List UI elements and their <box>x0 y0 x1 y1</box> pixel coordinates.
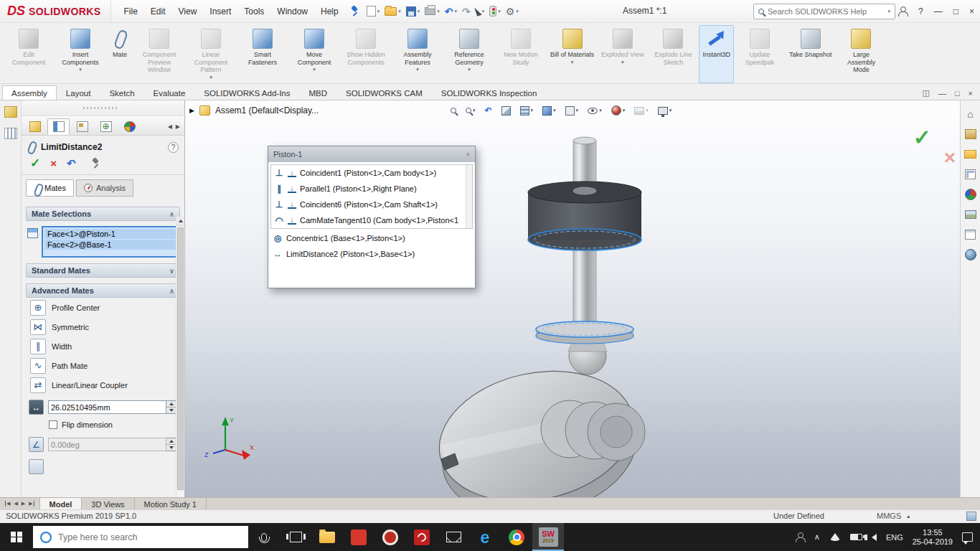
status-tag-icon[interactable] <box>966 512 976 521</box>
model-tab[interactable]: Model <box>39 498 83 509</box>
people-icon[interactable] <box>795 532 805 542</box>
scrollbar-thumb[interactable] <box>177 227 184 490</box>
first-tab-icon[interactable]: ◀ <box>5 501 10 507</box>
panel-drag-handle[interactable] <box>22 100 184 116</box>
tab-evaluate[interactable]: Evaluate <box>144 85 195 100</box>
taskbar-search-input[interactable] <box>58 532 241 542</box>
cylinder-cup[interactable] <box>528 182 641 250</box>
collapse-icon[interactable]: ∧ <box>169 210 174 218</box>
flip-dimension-row[interactable]: Flip dimension <box>22 417 184 432</box>
tab-scroll-right-icon[interactable]: ▶ <box>176 123 180 130</box>
symmetric-mate[interactable]: ⋈Symmetric <box>22 317 184 336</box>
view-palette-icon[interactable] <box>964 168 977 180</box>
search-dropdown-icon[interactable]: ▾ <box>887 9 890 14</box>
ribbon-large-assembly-mode[interactable]: Large Assembly Mode <box>835 25 887 83</box>
doc-dock-icon[interactable]: ◫ <box>923 88 930 98</box>
motion-study-tab[interactable]: Motion Study 1 <box>135 498 207 509</box>
next-tab-icon[interactable]: ▶ <box>22 501 25 507</box>
mate-selections-header[interactable]: Mate Selections ∧ <box>26 207 180 221</box>
ribbon-mate[interactable]: Mate <box>106 25 133 83</box>
mate-item[interactable]: ∥↓Parallel1 (Piston<1>,Right Plane) <box>271 181 465 197</box>
solidworks-resources-home-icon[interactable]: ⌂ <box>964 108 977 120</box>
zoom-area-button[interactable]: ▾ <box>464 106 477 115</box>
solidworks-forum-icon[interactable] <box>964 248 977 260</box>
selection-item[interactable]: Face<2>@Base-1 <box>44 240 176 250</box>
print-button[interactable]: ▾ <box>425 7 440 15</box>
design-library-icon[interactable] <box>964 128 977 140</box>
new-document-button[interactable]: ▾ <box>367 6 380 17</box>
tab-mbd[interactable]: MBD <box>299 85 336 100</box>
wifi-icon[interactable] <box>829 533 841 541</box>
doc-maximize-icon[interactable]: □ <box>955 89 960 98</box>
menu-window[interactable]: Window <box>270 1 314 22</box>
tab-layout[interactable]: Layout <box>57 85 100 100</box>
configurationmanager-tab[interactable] <box>71 118 93 135</box>
flip-dimension-checkbox[interactable] <box>49 420 57 429</box>
apply-scene-button[interactable]: ▾ <box>633 105 650 116</box>
taskbar-search-box[interactable] <box>33 526 248 548</box>
profile-center-mate[interactable]: ⊕Profile Center <box>22 298 184 317</box>
maximize-button[interactable]: □ <box>953 6 958 17</box>
ribbon-take-snapshot[interactable]: Take Snapshot <box>786 25 836 83</box>
pm-scrollbar[interactable] <box>176 217 184 497</box>
file-explorer-icon[interactable] <box>964 148 977 160</box>
previous-view-button[interactable]: ↶ <box>484 104 494 117</box>
dynamic-annotation-button[interactable]: ▾ <box>519 105 535 117</box>
tab-sketch[interactable]: Sketch <box>100 85 143 100</box>
mates-tab[interactable]: Mates <box>26 179 74 197</box>
menu-pin-icon[interactable] <box>349 6 359 17</box>
appearances-scenes-icon[interactable] <box>964 188 977 200</box>
confirmation-ok-icon[interactable]: ✓ <box>913 125 931 150</box>
close-button[interactable]: × <box>969 6 974 17</box>
ribbon-linear-component-pattern[interactable]: Linear Component Pattern▾ <box>185 25 237 83</box>
analysis-tab[interactable]: Analysis <box>76 179 133 197</box>
menu-file[interactable]: File <box>117 1 143 22</box>
ribbon-edit-component[interactable]: Edit Component <box>3 25 55 83</box>
tab-solidworks-inspection[interactable]: SOLIDWORKS Inspection <box>432 85 547 100</box>
ribbon-component-preview-window[interactable]: Component Preview Window <box>133 25 185 83</box>
ok-button[interactable]: ✓ <box>30 158 40 169</box>
standard-mates-header[interactable]: Standard Mates ∨ <box>26 263 180 278</box>
select-button[interactable]: ▾ <box>476 6 485 16</box>
options-button[interactable]: ⚙▾ <box>506 6 519 17</box>
3d-views-tab[interactable]: 3D Views <box>82 498 134 509</box>
custom-properties-icon[interactable] <box>964 228 977 240</box>
redo-button[interactable]: ↷ <box>462 6 471 17</box>
menu-insert[interactable]: Insert <box>203 1 237 22</box>
rod-top-cap[interactable] <box>573 137 596 144</box>
view-settings-button[interactable]: ▾ <box>656 105 674 116</box>
distance-input[interactable] <box>48 400 166 414</box>
last-tab-icon[interactable]: ▶ <box>29 501 34 507</box>
advanced-mates-header[interactable]: Advanced Mates ∧ <box>26 283 180 298</box>
ribbon-smart-fasteners[interactable]: Smart Fasteners <box>237 25 288 83</box>
menu-view[interactable]: View <box>172 1 204 22</box>
collapse-icon[interactable]: ∧ <box>169 287 174 295</box>
cancel-button[interactable]: × <box>50 158 57 169</box>
language-indicator[interactable]: ENG <box>886 533 903 542</box>
taskbar-edge[interactable]: e <box>469 523 501 551</box>
mate-selections-list[interactable]: Face<1>@Piston-1 Face<2>@Base-1 <box>42 226 179 258</box>
speaker-icon[interactable] <box>872 534 877 541</box>
ribbon-exploded-view[interactable]: Exploded View▾ <box>598 25 647 83</box>
ribbon-reference-geometry[interactable]: Reference Geometry▾ <box>443 25 495 83</box>
keep-visible-pin-icon[interactable] <box>90 158 100 169</box>
help-search-box[interactable]: ▾ <box>753 4 895 19</box>
breadcrumb-text[interactable]: Assem1 (Default<Display... <box>215 105 319 116</box>
user-account-icon[interactable] <box>897 6 908 17</box>
dimxpertmanager-tab[interactable]: ⊕ <box>95 118 117 135</box>
minimize-button[interactable]: — <box>934 6 943 17</box>
ribbon-show-hidden-components[interactable]: Show Hidden Components <box>340 25 392 83</box>
ribbon-explode-line-sketch[interactable]: Explode Line Sketch <box>647 25 699 83</box>
linear-coupler-mate[interactable]: ⇄Linear/Linear Coupler <box>22 375 184 395</box>
taskbar-chrome[interactable] <box>501 523 532 551</box>
pm-help-icon[interactable]: ? <box>168 142 179 153</box>
help-search-input[interactable] <box>768 7 884 16</box>
propertymanager-tab[interactable] <box>47 118 70 135</box>
menu-tools[interactable]: Tools <box>237 1 270 22</box>
taskbar-mail[interactable] <box>438 523 469 551</box>
mate-item[interactable]: ⊥↓Coincident1 (Piston<1>,Cam body<1>) <box>271 165 465 181</box>
doc-close-icon[interactable]: × <box>969 89 973 98</box>
menu-edit[interactable]: Edit <box>144 1 172 22</box>
ribbon-update-speedpak[interactable]: Update Speedpak <box>734 25 786 83</box>
taskbar-app-red-2[interactable] <box>374 523 406 551</box>
